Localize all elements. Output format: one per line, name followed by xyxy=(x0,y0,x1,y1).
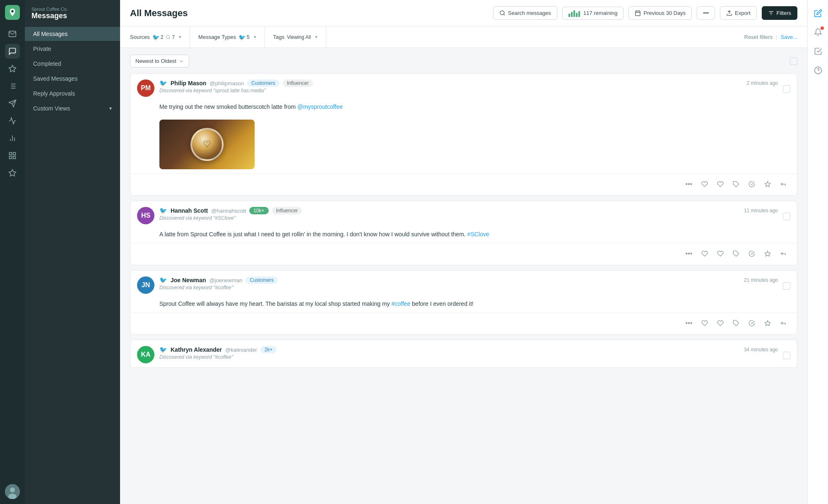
tag-2k: 2k+ xyxy=(260,346,277,353)
pin-icon xyxy=(764,250,771,257)
search-icon-small xyxy=(166,35,171,40)
tag-10k: 10k+ xyxy=(249,207,268,214)
mention-link[interactable]: @mysproutcoffee xyxy=(297,103,343,110)
author-name: Joe Newman xyxy=(171,277,206,283)
reply-button[interactable] xyxy=(776,247,790,261)
user-avatar[interactable] xyxy=(5,484,20,499)
search-label: Search messages xyxy=(508,10,551,16)
heart-outline-icon xyxy=(701,181,708,187)
message-body: Sprout Coffee will always have my heart.… xyxy=(130,298,797,312)
twitter-icon: 🐦 xyxy=(238,34,246,41)
sort-dropdown[interactable]: Newest to Oldest xyxy=(130,55,189,67)
message-actions: ••• xyxy=(130,173,797,195)
reply-button[interactable] xyxy=(776,177,790,191)
author-line: 🐦 Hannah Scott @hannahscott 10k+ Influen… xyxy=(159,207,778,214)
message-header: KA 🐦 Kathryn Alexander @kalexander 2k+ 3… xyxy=(130,340,797,367)
sidebar-item-private[interactable]: Private xyxy=(25,42,120,56)
sidebar-item-saved-messages[interactable]: Saved Messages xyxy=(25,72,120,86)
tag-button[interactable] xyxy=(729,247,743,261)
hashtag-link[interactable]: #coffee xyxy=(392,300,411,307)
complete-button[interactable] xyxy=(745,247,759,261)
sources-search-badge: 7 xyxy=(166,34,175,40)
tag-button[interactable] xyxy=(729,177,743,191)
pin-button[interactable] xyxy=(761,247,775,261)
message-checkbox[interactable] xyxy=(783,213,790,220)
reset-filters-link[interactable]: Reset filters xyxy=(744,34,773,40)
sources-filter-label: Sources xyxy=(130,34,150,40)
search-button[interactable]: Search messages xyxy=(493,6,557,20)
tags-value: Viewing All xyxy=(287,34,311,40)
help-icon xyxy=(814,66,822,74)
sidebar-item-all-messages[interactable]: All Messages xyxy=(25,27,120,41)
sidebar-item-label: All Messages xyxy=(33,31,67,37)
message-types-filter[interactable]: Message Types 🐦 5 ▾ xyxy=(198,26,265,48)
message-source: Discovered via keyword "#coffee" xyxy=(159,354,778,360)
more-options-button[interactable]: ••• xyxy=(697,6,715,20)
pin-button[interactable] xyxy=(761,177,775,191)
nav-reports-icon[interactable] xyxy=(5,131,20,146)
message-checkbox[interactable] xyxy=(783,352,790,359)
nav-pin-icon[interactable] xyxy=(5,61,20,76)
author-line: 🐦 Kathryn Alexander @kalexander 2k+ 34 m… xyxy=(159,346,778,353)
message-checkbox[interactable] xyxy=(783,85,790,93)
message-checkbox[interactable] xyxy=(783,282,790,290)
complete-button[interactable] xyxy=(745,316,759,330)
like-button[interactable] xyxy=(713,247,727,261)
nav-automation-icon[interactable] xyxy=(5,148,20,163)
nav-send-icon[interactable] xyxy=(5,96,20,111)
export-button[interactable]: Export xyxy=(720,6,757,20)
ellipsis-icon: ••• xyxy=(703,10,709,16)
reply-button[interactable] xyxy=(776,316,790,330)
compose-button[interactable] xyxy=(811,6,826,21)
avatar: JN xyxy=(137,276,154,294)
heart-outline-icon xyxy=(701,320,708,326)
sidebar-item-custom-views[interactable]: Custom Views ▾ xyxy=(25,101,120,115)
twitter-icon: 🐦 xyxy=(159,79,167,87)
chevron-down-icon: ▾ xyxy=(109,106,112,111)
like-outline-button[interactable] xyxy=(698,177,712,191)
company-name: Sprout Coffee Co. xyxy=(31,7,113,12)
message-time: 21 minutes ago xyxy=(744,277,778,283)
svg-rect-13 xyxy=(13,153,16,155)
save-filters-link[interactable]: Save... xyxy=(781,34,797,40)
tag-button[interactable] xyxy=(729,316,743,330)
help-button[interactable] xyxy=(811,63,826,78)
pin-button[interactable] xyxy=(761,316,775,330)
like-button[interactable] xyxy=(713,177,727,191)
sources-filter[interactable]: Sources 🐦 2 7 ▾ xyxy=(130,26,190,48)
message-time: 11 minutes ago xyxy=(744,208,778,214)
message-body: Me trying out the new smoked butterscotc… xyxy=(130,101,797,115)
main-area: All Messages Search messages 117 remaini… xyxy=(120,0,807,504)
more-action-button[interactable]: ••• xyxy=(682,177,696,191)
complete-button[interactable] xyxy=(745,177,759,191)
nav-list-icon[interactable] xyxy=(5,79,20,94)
tags-filter[interactable]: Tags Viewing All ▾ xyxy=(273,26,326,48)
filters-button[interactable]: Filters xyxy=(762,6,797,20)
svg-point-0 xyxy=(11,10,14,13)
tasks-button[interactable] xyxy=(811,44,826,59)
reply-icon xyxy=(780,250,787,257)
nav-inbox-icon[interactable] xyxy=(5,26,20,41)
like-outline-button[interactable] xyxy=(698,247,712,261)
message-source: Discovered via keyword "#coffee" xyxy=(159,285,778,290)
more-action-button[interactable]: ••• xyxy=(682,316,696,330)
date-range-button[interactable]: Previous 30 Days xyxy=(628,6,692,20)
sidebar: Sprout Coffee Co. Messages All Messages … xyxy=(25,0,120,504)
nav-analytics-icon[interactable] xyxy=(5,113,20,128)
remaining-counter[interactable]: 117 remaining xyxy=(562,7,623,20)
select-all-checkbox[interactable] xyxy=(790,58,797,65)
tags-chevron-icon: ▾ xyxy=(315,34,318,40)
nav-messages-icon[interactable] xyxy=(5,44,20,59)
heart-filled-icon xyxy=(717,181,724,187)
message-meta: 🐦 Kathryn Alexander @kalexander 2k+ 34 m… xyxy=(159,346,778,360)
hashtag-link[interactable]: #SClove xyxy=(467,231,489,238)
notifications-button[interactable] xyxy=(811,25,826,40)
coffee-cup: ♡ xyxy=(190,128,224,161)
sidebar-item-completed[interactable]: Completed xyxy=(25,57,120,71)
pin-icon xyxy=(764,320,771,326)
like-button[interactable] xyxy=(713,316,727,330)
like-outline-button[interactable] xyxy=(698,316,712,330)
sidebar-item-reply-approvals[interactable]: Reply Approvals xyxy=(25,86,120,101)
more-action-button[interactable]: ••• xyxy=(682,247,696,261)
nav-star-icon[interactable] xyxy=(5,166,20,180)
